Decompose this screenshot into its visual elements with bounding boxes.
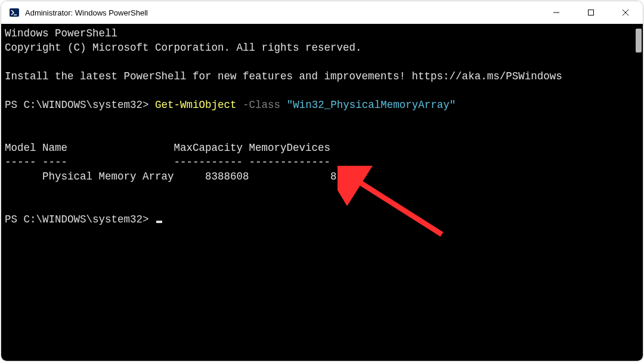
- svg-rect-3: [589, 10, 594, 16]
- table-header: Model Name MaxCapacity MemoryDevices: [5, 142, 330, 154]
- prompt-2: PS C:\WINDOWS\system32>: [5, 214, 149, 225]
- powershell-window: Administrator: Windows PowerShell Window…: [1, 1, 643, 361]
- window-title: Administrator: Windows PowerShell: [25, 8, 539, 17]
- param-flag: -Class: [243, 99, 280, 111]
- prompt-1: PS C:\WINDOWS\system32>: [5, 99, 149, 111]
- minimize-button[interactable]: [539, 1, 574, 24]
- powershell-icon: [10, 8, 19, 17]
- install-hint: Install the latest PowerShell for new fe…: [5, 70, 562, 82]
- titlebar[interactable]: Administrator: Windows PowerShell: [1, 1, 643, 24]
- table-row: Physical Memory Array 8388608 8: [5, 171, 337, 182]
- maximize-button[interactable]: [574, 1, 608, 24]
- close-button[interactable]: [608, 1, 643, 24]
- table-divider: ----- ---- ----------- -------------: [5, 156, 330, 168]
- scrollbar-thumb[interactable]: [636, 29, 642, 52]
- terminal-output[interactable]: Windows PowerShell Copyright (C) Microso…: [1, 24, 643, 361]
- header-line: Windows PowerShell: [5, 27, 117, 39]
- window-controls: [539, 1, 643, 24]
- cursor: [156, 221, 162, 223]
- copyright-line: Copyright (C) Microsoft Corporation. All…: [5, 42, 362, 54]
- param-value: "Win32_PhysicalMemoryArray": [287, 99, 456, 111]
- cmdlet-name: Get-WmiObject: [155, 99, 237, 111]
